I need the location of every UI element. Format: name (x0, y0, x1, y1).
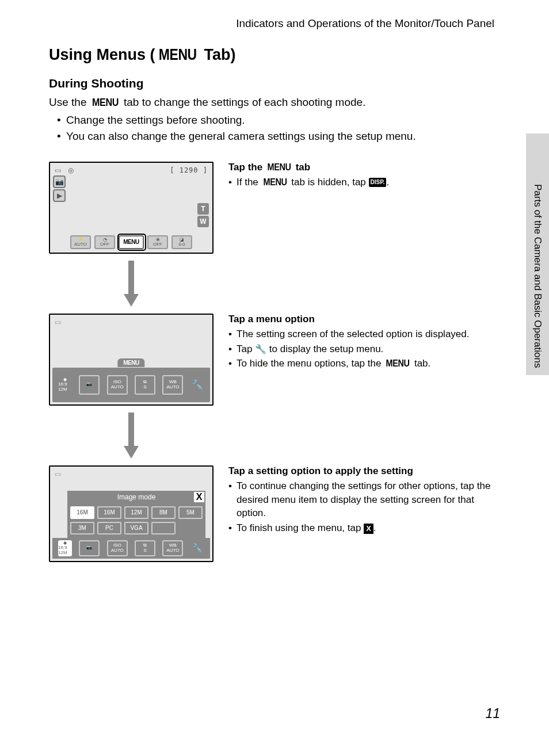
side-chapter-label: Parts of the Camera and Basic Operations (532, 184, 543, 368)
step2-bullet: Tap 🔧 to display the setup menu. (228, 342, 500, 356)
shot-counter: [ 1290 ] (170, 166, 208, 174)
step3-head: Tap a setting option to apply the settin… (228, 465, 500, 477)
image-mode-option[interactable]: VGA (124, 522, 148, 534)
image-mode-option[interactable]: 5M (178, 506, 203, 519)
setup-item[interactable]: 🔧 (190, 540, 204, 556)
wb-item[interactable]: WBAUTO (162, 540, 183, 556)
intro-post: tab to change the settings of each shoot… (121, 96, 366, 108)
wrench-icon: 🔧 (255, 343, 266, 356)
step2-bullet: The setting screen of the selected optio… (228, 327, 500, 341)
disp-icon: DISP. (369, 178, 387, 187)
battery-icon: ▭ (55, 166, 61, 174)
intro-bullet: You can also change the general camera s… (57, 129, 500, 144)
step2-head: Tap a menu option (228, 314, 500, 325)
intro-paragraph: Use the MENU tab to change the settings … (49, 95, 500, 110)
zoom-tele-button[interactable]: T (197, 203, 209, 215)
menu-tab-label[interactable]: MENU (117, 358, 144, 367)
continuous-item[interactable]: ⧉S (135, 375, 155, 395)
screen-1: ▭ ◎ [ 1290 ] 📷 ▶ T W ⚡AUTO ◔OFF (49, 162, 214, 254)
setup-item[interactable]: 🔧 (190, 375, 204, 395)
menu-glyph: MENU (263, 175, 287, 189)
expcomp-button[interactable]: ◪0.0 (171, 235, 192, 249)
touch-shoot-item[interactable]: 📷 (79, 540, 100, 556)
continuous-item[interactable]: ⧉S (135, 540, 155, 556)
screen-2: ▭ MENU ◆16:9 12M 📷 ISOAUTO ⧉S WBAUTO 🔧 (49, 314, 214, 406)
image-mode-option[interactable]: 16M (70, 506, 94, 519)
image-mode-option[interactable]: 3M (70, 522, 94, 534)
iso-item[interactable]: ISOAUTO (107, 375, 128, 395)
menu-glyph: MENU (268, 162, 291, 173)
title-prefix: Using Menus ( (49, 46, 155, 63)
zoom-wide-button[interactable]: W (197, 216, 209, 227)
image-mode-item[interactable]: ◆16:9 12M (58, 375, 72, 395)
playback-tab[interactable]: ▶ (53, 189, 66, 202)
page-header: Indicators and Operations of the Monitor… (49, 17, 500, 30)
close-button[interactable]: X (193, 491, 205, 503)
image-mode-option[interactable]: 8M (151, 506, 176, 519)
menu-glyph: MENU (158, 46, 196, 64)
intro-bullets: Change the settings before shooting. You… (49, 113, 500, 144)
battery-icon: ▭ (55, 470, 61, 478)
intro-bullet: Change the settings before shooting. (57, 113, 500, 128)
panel-title: Image mode (67, 493, 205, 501)
touch-shoot-item[interactable]: 📷 (79, 375, 100, 395)
flash-button[interactable]: ⚡AUTO (70, 235, 91, 249)
selftimer-button[interactable]: ◔OFF (94, 235, 115, 249)
image-mode-option[interactable]: PC (97, 522, 121, 534)
macro-button[interactable]: ❀OFF (147, 235, 168, 249)
menu-glyph: MENU (92, 95, 119, 110)
menu-glyph: MENU (386, 357, 410, 371)
image-mode-option[interactable]: 12M (124, 506, 148, 519)
image-mode-option[interactable]: 16M (97, 506, 121, 519)
image-mode-option[interactable] (151, 522, 176, 534)
title-suffix: Tab) (200, 46, 236, 63)
step3-bullet: To finish using the menu, tap X. (228, 521, 500, 535)
intro-pre: Use the (49, 96, 90, 108)
menu-highlight (117, 234, 146, 251)
image-mode-item[interactable]: ◆16:9 12M (58, 540, 72, 556)
page-number: 11 (485, 706, 500, 721)
step2-bullet: To hide the menu options, tap the MENU t… (228, 357, 500, 371)
mode-icon: ◎ (68, 166, 74, 174)
iso-item[interactable]: ISOAUTO (107, 540, 128, 556)
section-subtitle: During Shooting (49, 77, 500, 90)
page-title: Using Menus (MENU Tab) (49, 46, 500, 64)
screen-3: ▭ Image mode X 16M 16M 12M 8M 5M (49, 465, 214, 562)
down-arrow-icon (125, 413, 137, 459)
close-icon: X (364, 524, 373, 534)
step3-bullet: To continue changing the settings for ot… (228, 479, 500, 520)
step1-bullet: If the MENU tab is hidden, tap DISP.. (228, 175, 500, 189)
step1-head: Tap the MENU tab (228, 162, 500, 173)
down-arrow-icon (125, 261, 137, 307)
battery-icon: ▭ (55, 318, 61, 326)
camera-tab[interactable]: 📷 (53, 175, 66, 188)
wb-item[interactable]: WBAUTO (162, 375, 183, 395)
